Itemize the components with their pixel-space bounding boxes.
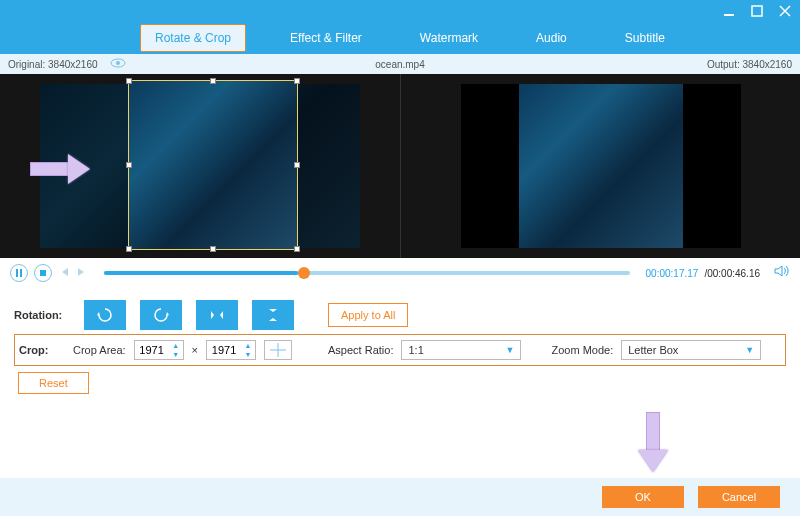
next-frame-button[interactable] [76,264,88,282]
close-button[interactable] [778,4,792,18]
time-total: /00:00:46.16 [704,268,760,279]
tab-audio[interactable]: Audio [522,25,581,51]
tab-effect-filter[interactable]: Effect & Filter [276,25,376,51]
ok-button[interactable]: OK [602,486,684,508]
preview-area [0,74,800,258]
timeline-thumb[interactable] [298,267,310,279]
crop-width-field[interactable] [135,344,169,356]
infobar: Original: 3840x2160 ocean.mp4 Output: 38… [0,54,800,74]
rotate-ccw-button[interactable] [84,300,126,330]
crop-handle-bm[interactable] [210,246,216,252]
original-resolution: Original: 3840x2160 [8,58,126,70]
svg-rect-8 [40,270,46,276]
flip-vertical-button[interactable] [252,300,294,330]
reset-button[interactable]: Reset [18,372,89,394]
crop-handle-ml[interactable] [126,162,132,168]
pause-button[interactable] [10,264,28,282]
stop-button[interactable] [34,264,52,282]
titlebar [0,0,800,22]
volume-button[interactable] [774,264,790,282]
rotation-label: Rotation: [14,309,74,321]
preview-eye-icon[interactable] [110,58,126,70]
crop-row-container: Crop: Crop Area: ▲▼ × ▲▼ Aspect Ratio: 1… [14,334,786,366]
edit-panel: Rotation: Apply to All Crop: Crop Area: … [0,288,800,394]
chevron-down-icon: ▼ [745,345,754,355]
rotate-cw-button[interactable] [140,300,182,330]
crop-label: Crop: [19,344,65,356]
apply-to-all-button[interactable]: Apply to All [328,303,408,327]
svg-rect-0 [724,14,734,16]
svg-point-5 [116,61,120,65]
crop-handle-tm[interactable] [210,78,216,84]
crop-width-input[interactable]: ▲▼ [134,340,184,360]
tab-rotate-crop[interactable]: Rotate & Crop [140,24,246,52]
minimize-button[interactable] [722,4,736,18]
center-crop-button[interactable] [264,340,292,360]
svg-rect-6 [16,269,18,277]
filename: ocean.mp4 [375,59,424,70]
crop-width-down[interactable]: ▼ [169,350,183,359]
zoom-mode-dropdown[interactable]: Letter Box ▼ [621,340,761,360]
hint-arrow-down [638,412,678,472]
zoom-mode-value: Letter Box [628,344,678,356]
mult-sign: × [192,344,198,356]
time-current: 00:00:17.17 [646,268,699,279]
flip-horizontal-button[interactable] [196,300,238,330]
crop-area-label: Crop Area: [73,344,126,356]
aspect-ratio-value: 1:1 [408,344,423,356]
crop-height-down[interactable]: ▼ [241,350,255,359]
prev-frame-button[interactable] [58,264,70,282]
crop-handle-br[interactable] [294,246,300,252]
output-resolution: Output: 3840x2160 [707,59,792,70]
tabbar: Rotate & Crop Effect & Filter Watermark … [0,22,800,54]
aspect-ratio-dropdown[interactable]: 1:1 ▼ [401,340,521,360]
crop-handle-mr[interactable] [294,162,300,168]
original-resolution-text: Original: 3840x2160 [8,59,98,70]
preview-output [401,74,801,258]
zoom-mode-label: Zoom Mode: [551,344,613,356]
timeline[interactable] [104,271,630,275]
svg-rect-1 [752,6,762,16]
tab-subtitle[interactable]: Subtitle [611,25,679,51]
footer: OK Cancel [0,478,800,516]
crop-height-field[interactable] [207,344,241,356]
playback-controls: 00:00:17.17/00:00:46.16 [0,258,800,288]
crop-height-input[interactable]: ▲▼ [206,340,256,360]
crop-height-up[interactable]: ▲ [241,341,255,350]
maximize-button[interactable] [750,4,764,18]
crop-handle-bl[interactable] [126,246,132,252]
cancel-button[interactable]: Cancel [698,486,780,508]
svg-rect-7 [20,269,22,277]
hint-arrow-left [30,154,90,184]
crop-width-up[interactable]: ▲ [169,341,183,350]
crop-handle-tl[interactable] [126,78,132,84]
tab-watermark[interactable]: Watermark [406,25,492,51]
aspect-ratio-label: Aspect Ratio: [328,344,393,356]
preview-original[interactable] [0,74,401,258]
chevron-down-icon: ▼ [506,345,515,355]
rotation-row: Rotation: Apply to All [14,298,786,332]
crop-box[interactable] [128,80,298,250]
crop-handle-tr[interactable] [294,78,300,84]
